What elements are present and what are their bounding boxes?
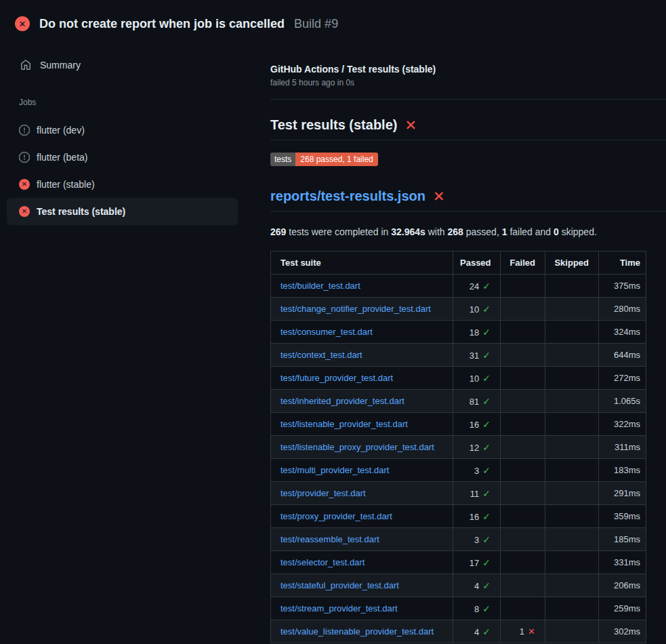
table-row: test/multi_provider_test.dart3✓183ms	[271, 459, 646, 482]
failed-cell	[501, 459, 545, 482]
cross-mark-icon: ✕	[433, 189, 445, 203]
skipped-cell	[545, 482, 599, 505]
check-icon: ✓	[482, 511, 491, 522]
passed-cell: 16✓	[453, 505, 501, 528]
test-suite-link[interactable]: test/proxy_provider_test.dart	[280, 511, 392, 521]
test-suite-link[interactable]: test/inherited_provider_test.dart	[280, 396, 404, 406]
test-suite-link[interactable]: test/selector_test.dart	[280, 557, 365, 567]
time-cell: 359ms	[599, 505, 646, 528]
skipped-cell	[545, 574, 599, 597]
test-suite-cell: test/multi_provider_test.dart	[271, 459, 453, 482]
skipped-cell	[545, 597, 599, 620]
run-header-bar: ✕ Do not create report when job is cance…	[0, 0, 666, 38]
test-suite-link[interactable]: test/listenable_proxy_provider_test.dart	[280, 442, 434, 452]
passed-cell: 16✓	[453, 413, 501, 436]
test-suite-cell: test/context_test.dart	[271, 344, 453, 367]
test-suite-link[interactable]: test/consumer_test.dart	[280, 327, 373, 337]
table-row: test/stateful_provider_test.dart4✓206ms	[271, 574, 646, 597]
test-suite-link[interactable]: test/context_test.dart	[280, 350, 362, 360]
test-suite-cell: test/selector_test.dart	[271, 551, 453, 574]
cross-mark-icon: ✕	[404, 118, 417, 132]
test-suite-cell: test/listenable_provider_test.dart	[271, 413, 453, 436]
time-cell: 183ms	[599, 459, 646, 482]
skipped-cell	[545, 298, 599, 321]
skipped-cell	[545, 321, 599, 344]
main-content: GitHub Actions / Test results (stable) f…	[270, 38, 666, 643]
report-file-link[interactable]: reports/test-results.json	[270, 188, 425, 204]
sidebar: Summary Jobs flutter (dev) flutter (beta…	[0, 38, 270, 225]
passed-cell: 17✓	[453, 551, 501, 574]
passed-cell: 81✓	[453, 390, 501, 413]
skipped-cell	[545, 505, 599, 528]
skipped-cell	[545, 459, 599, 482]
test-suite-link[interactable]: test/reassemble_test.dart	[280, 534, 379, 544]
sidebar-item-summary[interactable]: Summary	[20, 57, 270, 73]
table-row: test/consumer_test.dart18✓324ms	[271, 321, 646, 344]
job-label: Test results (stable)	[37, 206, 125, 217]
time-cell: 291ms	[599, 482, 646, 505]
table-row: test/value_listenable_provider_test.dart…	[271, 620, 646, 643]
tests-badge[interactable]: tests 268 passed, 1 failed	[270, 153, 378, 166]
run-title: Do not create report when job is cancell…	[39, 17, 285, 31]
check-icon: ✓	[482, 534, 491, 545]
test-suite-link[interactable]: test/stream_provider_test.dart	[280, 603, 398, 613]
summary-label: Summary	[40, 60, 81, 71]
test-suite-link[interactable]: test/future_provider_test.dart	[280, 373, 393, 383]
passed-cell: 3✓	[453, 459, 501, 482]
passed-cell: 11✓	[453, 482, 501, 505]
time-cell: 311ms	[599, 436, 646, 459]
time-cell: 331ms	[599, 551, 646, 574]
test-suite-link[interactable]: test/multi_provider_test.dart	[280, 465, 389, 475]
job-label: flutter (dev)	[37, 125, 85, 136]
failed-cell	[501, 528, 545, 551]
table-row: test/builder_test.dart24✓375ms	[271, 275, 646, 298]
check-icon: ✓	[482, 557, 491, 568]
table-row: test/inherited_provider_test.dart81✓1.06…	[271, 390, 646, 413]
test-suite-link[interactable]: test/listenable_provider_test.dart	[280, 419, 408, 429]
table-row: test/future_provider_test.dart10✓272ms	[271, 367, 646, 390]
failed-cell	[501, 551, 545, 574]
time-cell: 185ms	[599, 528, 646, 551]
check-icon: ✓	[482, 281, 491, 291]
sidebar-item-test-results-stable[interactable]: ✕ Test results (stable)	[7, 198, 238, 225]
failed-cell	[501, 482, 545, 505]
sidebar-item-flutter-dev[interactable]: flutter (dev)	[7, 117, 238, 144]
cross-icon: ✕	[528, 626, 535, 637]
time-cell: 1.065s	[599, 390, 646, 413]
check-icon: ✓	[482, 327, 491, 338]
test-suite-link[interactable]: test/change_notifier_provider_test.dart	[280, 304, 431, 314]
test-suite-cell: test/stream_provider_test.dart	[271, 597, 453, 620]
time-cell: 280ms	[599, 298, 646, 321]
failed-cell: 1✕	[501, 620, 545, 643]
check-icon: ✓	[482, 465, 491, 476]
test-suite-link[interactable]: test/builder_test.dart	[280, 281, 360, 291]
check-heading: Test results (stable) ✕	[270, 117, 666, 140]
check-icon: ✓	[482, 442, 491, 453]
test-suite-link[interactable]: test/stateful_provider_test.dart	[280, 580, 399, 590]
skipped-cell	[545, 620, 599, 643]
table-header-row: Test suite Passed Failed Skipped Time	[271, 251, 646, 275]
run-failed-icon: ✕	[15, 16, 30, 31]
table-row: test/listenable_provider_test.dart16✓322…	[271, 413, 646, 436]
passed-cell: 4✓	[453, 574, 501, 597]
job-label: flutter (beta)	[37, 152, 87, 163]
test-suite-link[interactable]: test/provider_test.dart	[280, 488, 366, 498]
column-header-skipped: Skipped	[545, 251, 599, 275]
sidebar-item-flutter-beta[interactable]: flutter (beta)	[7, 144, 238, 171]
check-icon: ✓	[482, 350, 491, 361]
test-suite-link[interactable]: test/value_listenable_provider_test.dart	[280, 626, 434, 637]
results-summary: 269 tests were completed in 32.964s with…	[270, 226, 666, 237]
home-icon	[20, 60, 31, 71]
time-cell: 259ms	[599, 597, 646, 620]
table-row: test/reassemble_test.dart3✓185ms	[271, 528, 646, 551]
time-cell: 644ms	[599, 344, 646, 367]
failed-cell	[501, 597, 545, 620]
passed-cell: 8✓	[453, 597, 501, 620]
passed-cell: 3✓	[453, 528, 501, 551]
table-row: test/listenable_proxy_provider_test.dart…	[271, 436, 646, 459]
failed-cell	[501, 436, 545, 459]
cancelled-icon	[19, 125, 30, 136]
sidebar-item-flutter-stable[interactable]: ✕ flutter (stable)	[7, 171, 238, 198]
check-icon: ✓	[482, 580, 491, 591]
passed-cell: 4✓	[453, 620, 501, 643]
